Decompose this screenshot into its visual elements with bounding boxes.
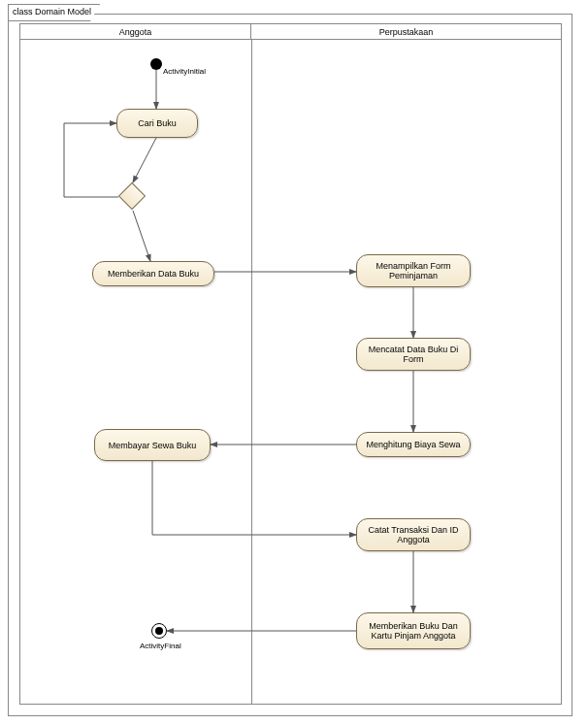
activity-cari-buku-label: Cari Buku [138, 118, 177, 128]
activity-catat-transaksi: Catat Transaksi Dan ID Anggota [356, 518, 471, 551]
activity-menampilkan-form: Menampilkan Form Peminjaman [356, 254, 471, 287]
lane-label-anggota: Anggota [119, 27, 152, 37]
activity-catat-transaksi-label: Catat Transaksi Dan ID Anggota [363, 525, 464, 544]
activity-cari-buku: Cari Buku [116, 109, 198, 138]
diagram-canvas: class Domain Model Anggota Perpustakaan … [0, 0, 588, 725]
initial-node [150, 58, 162, 70]
activity-menghitung-biaya: Menghitung Biaya Sewa [356, 432, 471, 457]
activity-mencatat-data-label: Mencatat Data Buku Di Form [363, 345, 464, 364]
frame-title-tab: class Domain Model [8, 4, 100, 21]
activity-mencatat-data: Mencatat Data Buku Di Form [356, 338, 471, 371]
final-node [151, 623, 167, 639]
lane-header-anggota: Anggota [20, 24, 251, 40]
activity-memberikan-buku-label: Memberikan Buku Dan Kartu Pinjam Anggota [363, 621, 464, 641]
activity-memberikan-data-buku-label: Memberikan Data Buku [108, 269, 199, 279]
activity-membayar-sewa: Membayar Sewa Buku [94, 429, 211, 461]
frame-title: class Domain Model [13, 7, 91, 16]
activity-memberikan-buku: Memberikan Buku Dan Kartu Pinjam Anggota [356, 612, 471, 649]
lane-divider [251, 40, 252, 704]
activity-menampilkan-form-label: Menampilkan Form Peminjaman [363, 261, 464, 280]
lane-header-perpustakaan: Perpustakaan [251, 24, 561, 40]
activity-menghitung-biaya-label: Menghitung Biaya Sewa [366, 440, 460, 449]
initial-node-label: ActivityInitial [163, 67, 206, 76]
swimlane-container: Anggota Perpustakaan [19, 23, 562, 705]
activity-memberikan-data-buku: Memberikan Data Buku [92, 261, 214, 286]
activity-membayar-sewa-label: Membayar Sewa Buku [109, 441, 197, 450]
lane-label-perpustakaan: Perpustakaan [379, 27, 434, 37]
final-node-label: ActivityFinal [140, 642, 181, 650]
